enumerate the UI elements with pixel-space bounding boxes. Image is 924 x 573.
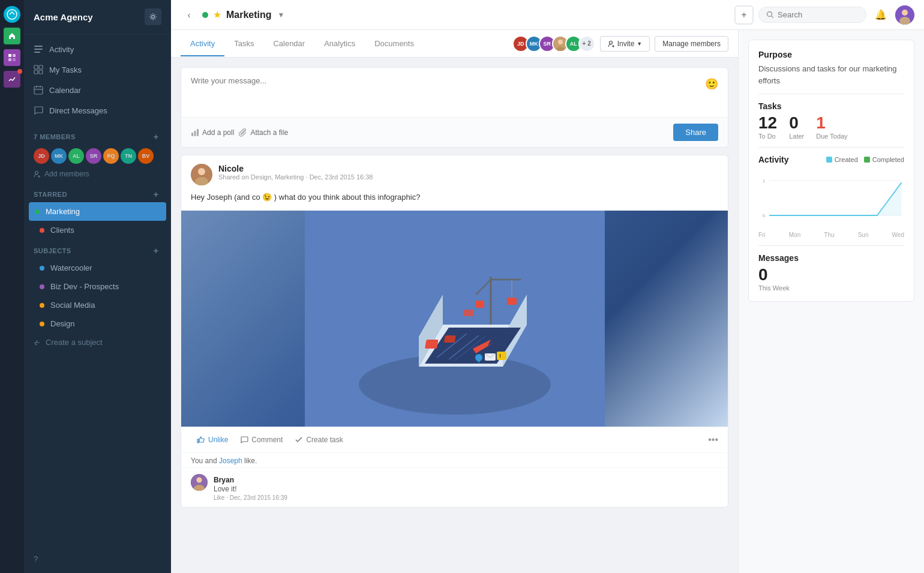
tasks-later: 0 Later [789,115,804,140]
add-members-button[interactable]: Add members [24,167,171,183]
invite-button[interactable]: Invite ▼ [600,36,650,52]
tab-tasks[interactable]: Tasks [224,32,263,56]
member-avatar-5[interactable]: PQ [103,148,119,164]
search-box[interactable] [758,7,866,23]
sidebar-item-design[interactable]: Design [24,314,171,333]
created-legend-dot [826,157,832,163]
member-avatar-2[interactable]: MK [51,148,67,164]
analytics-icon-btn[interactable] [4,71,20,88]
svg-point-48 [197,477,202,482]
svg-rect-42 [464,310,473,316]
create-task-button[interactable]: Create task [289,433,349,446]
members-count-label: 7 MEMBERS [34,133,76,140]
compose-box: 🙂 Add a poll [181,67,728,148]
user-avatar[interactable] [895,5,914,25]
sidebar-item-watercooler[interactable]: Watercooler [24,259,171,277]
sidebar-item-biz-dev[interactable]: Biz Dev - Prospects [24,277,171,296]
projects-icon-btn[interactable] [4,49,20,66]
home-icon-btn[interactable] [4,28,20,44]
topbar: ‹ ★ Marketing ▼ + 🔔 [171,0,924,30]
legend-completed: Completed [864,156,904,163]
likes-suffix-text: like. [244,457,257,465]
help-label[interactable]: ? [34,554,38,563]
attach-file-button[interactable]: Attach a file [239,128,288,137]
tasks-to-do-num: 12 [758,115,777,131]
manage-members-button[interactable]: Manage members [655,36,728,52]
activity-chart: 1 0 [758,169,904,229]
social-media-label: Social Media [50,301,95,310]
icon-bar [0,0,24,573]
add-button[interactable]: + [734,5,754,25]
tab-analytics[interactable]: Analytics [314,32,365,56]
activity-chart-title: Activity [758,155,789,164]
add-member-plus-button[interactable]: + [151,131,161,142]
star-icon[interactable]: ★ [213,9,221,20]
emoji-button[interactable]: 🙂 [705,77,718,91]
add-poll-button[interactable]: Add a poll [191,128,234,137]
app-logo[interactable] [4,6,20,23]
tasks-due-today: 1 Due Today [816,115,847,140]
svg-point-22 [609,41,612,44]
member-avatar-4[interactable]: SR [86,148,101,164]
sidebar-item-social-media[interactable]: Social Media [24,296,171,314]
svg-rect-24 [194,131,196,136]
add-starred-button[interactable]: + [151,189,161,200]
messages-count: 0 [758,266,904,283]
sidebar-item-clients[interactable]: Clients [24,221,171,239]
tasks-due-today-label: Due Today [816,133,847,140]
comment-button[interactable]: Comment [234,433,289,446]
sidebar-item-direct-messages[interactable]: Direct Messages [24,100,171,121]
search-input[interactable] [778,10,850,19]
add-members-label: Add members [44,170,89,178]
tab-calendar[interactable]: Calendar [263,32,314,56]
sidebar-item-marketing[interactable]: Marketing [29,202,166,221]
messages-week-label: This Week [758,284,904,292]
tab-documents[interactable]: Documents [365,32,424,56]
post-actions: Unlike Comment Create task [181,427,728,452]
divider-2 [758,147,904,148]
compose-textarea[interactable] [191,76,700,112]
middle-panel: Activity Tasks Calendar Analytics Docume… [171,30,738,573]
svg-rect-12 [39,70,43,74]
commenter-avatar [191,474,208,491]
sidebar-item-my-tasks[interactable]: My Tasks [24,59,171,80]
members-avatars-row: JD MK AL SR PQ TN BV [24,145,171,167]
sidebar-footer: ? [24,545,171,573]
purpose-text: Discussions and tasks for our marketing … [758,63,904,86]
commenter-name: Bryan [214,476,234,484]
post-more-button[interactable]: ••• [708,434,718,445]
tab-activity[interactable]: Activity [181,32,224,56]
tasks-stats-row: 12 To Do 0 Later 1 Due Today [758,115,904,140]
member-avatar-3[interactable]: AL [68,148,84,164]
attach-icon [239,128,247,137]
create-subject-button[interactable]: Create a subject [24,333,171,352]
svg-point-27 [198,168,205,175]
member-avatar-1[interactable]: JD [34,148,49,164]
likes-link[interactable]: Joseph [219,457,242,465]
tasks-to-do-label: To Do [758,133,777,140]
likes-text: You and [191,457,217,465]
divider-1 [758,94,904,94]
post-author-name: Nicole [218,164,718,173]
share-button[interactable]: Share [673,124,718,141]
chart-label-mon: Mon [789,232,800,238]
member-avatar-7[interactable]: BV [138,148,154,164]
sidebar-item-calendar[interactable]: Calendar [24,80,171,100]
add-subject-button[interactable]: + [151,245,161,256]
back-button[interactable]: ‹ [181,7,197,23]
clients-status-dot [40,228,44,233]
member-overflow-count[interactable]: + 2 [578,35,595,52]
svg-rect-9 [34,65,38,69]
tasks-due-today-num: 1 [816,115,847,131]
project-name: Marketing [226,10,272,20]
unlike-button[interactable]: Unlike [191,433,234,446]
post-shared-on: Shared on Design, Marketing [218,173,304,181]
sidebar-item-activity[interactable]: Activity [24,39,171,59]
project-chevron-icon[interactable]: ▼ [278,11,285,19]
settings-gear-button[interactable] [145,8,161,25]
purpose-card: Purpose Discussions and tasks for our ma… [748,40,914,302]
main-area: ‹ ★ Marketing ▼ + 🔔 [171,0,924,573]
notifications-bell[interactable]: 🔔 [871,5,890,25]
svg-rect-25 [197,129,199,136]
member-avatar-6[interactable]: TN [121,148,136,164]
